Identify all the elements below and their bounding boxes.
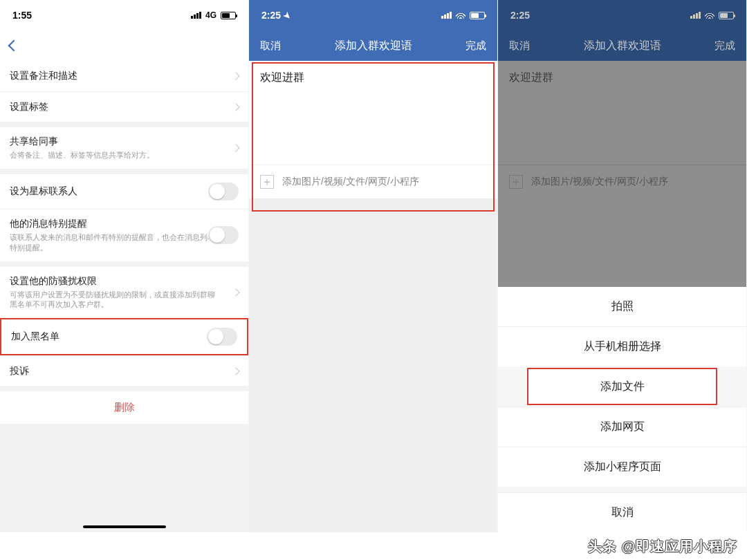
compose-body: 欢迎进群 ＋ 添加图片/视频/文件/网页/小程序 [249, 61, 497, 532]
sheet-cancel[interactable]: 取消 [498, 492, 746, 532]
sheet-photo[interactable]: 拍照 [498, 287, 746, 326]
toggle-alert[interactable] [208, 226, 239, 244]
phone-compose: 2:25➤ 取消 添加入群欢迎语 完成 欢迎进群 ＋ 添加图片/视频/文件/网页… [249, 0, 498, 532]
toggle-star[interactable] [208, 183, 239, 200]
chevron-right-icon [232, 288, 239, 296]
row-alert[interactable]: 他的消息特别提醒 该联系人发来的消息和邮件有特别的提醒音，也会在消息列表特别提醒… [0, 209, 248, 261]
row-label: 设置他的防骚扰权限 [10, 275, 97, 288]
settings-body: 设置备注和描述 设置标签 共享给同事 会将备注、描述、标签等信息共享给对方。 [0, 61, 248, 532]
row-star[interactable]: 设为星标联系人 [0, 174, 248, 209]
attach-row[interactable]: ＋ 添加图片/视频/文件/网页/小程序 [249, 165, 497, 198]
status-right: 4G [191, 10, 236, 20]
row-sub: 会将备注、描述、标签等信息共享给对方。 [10, 150, 154, 160]
row-share[interactable]: 共享给同事 会将备注、描述、标签等信息共享给对方。 [0, 127, 248, 169]
row-label: 他的消息特别提醒 [10, 218, 87, 230]
toggle-blacklist[interactable] [207, 328, 237, 346]
chevron-right-icon [232, 144, 239, 151]
nav-cancel[interactable]: 取消 [509, 39, 530, 53]
row-delete[interactable]: 删除 [0, 391, 248, 424]
nav-bar: 取消 添加入群欢迎语 完成 [249, 30, 497, 61]
status-right [690, 12, 734, 19]
action-sheet: 拍照 从手机相册选择 添加文件 添加网页 添加小程序页面 取消 [498, 287, 746, 532]
location-icon: ➤ [282, 10, 293, 22]
status-time: 2:25➤ [261, 10, 290, 21]
status-time: 2:25 [510, 10, 530, 21]
wifi-icon [456, 12, 465, 19]
battery-icon [719, 12, 734, 19]
row-antiharass[interactable]: 设置他的防骚扰权限 可将该用户设置为不受防骚扰规则的限制，或直接添加到群聊黑名单… [0, 267, 248, 319]
nav-title: 添加入群欢迎语 [530, 39, 714, 53]
nav-bar: 取消 添加入群欢迎语 完成 [498, 30, 746, 61]
network-label: 4G [205, 10, 216, 20]
welcome-text-input: 欢迎进群 [498, 61, 746, 165]
row-label: 共享给同事 [10, 136, 58, 148]
status-bar: 2:25 [498, 0, 746, 30]
chevron-right-icon [232, 367, 239, 375]
welcome-text-input[interactable]: 欢迎进群 [249, 61, 497, 165]
row-label: 设为星标联系人 [10, 185, 208, 198]
row-label: 设置备注和描述 [10, 70, 229, 82]
sheet-mini[interactable]: 添加小程序页面 [498, 447, 746, 487]
row-remark[interactable]: 设置备注和描述 [0, 61, 248, 91]
row-label: 投诉 [10, 365, 229, 377]
sheet-album[interactable]: 从手机相册选择 [498, 326, 746, 366]
row-complain[interactable]: 投诉 [0, 355, 248, 386]
attach-label: 添加图片/视频/文件/网页/小程序 [531, 176, 668, 188]
status-right [441, 12, 485, 19]
row-sub: 可将该用户设置为不受防骚扰规则的限制，或直接添加到群聊黑名单不可再次加入客户群。 [10, 290, 221, 310]
phone-settings: 1:55 4G 设置备注和描述 设置标签 [0, 0, 249, 532]
battery-icon [470, 12, 485, 19]
status-bar: 1:55 4G [0, 0, 248, 30]
row-tags[interactable]: 设置标签 [0, 91, 248, 122]
nav-bar [0, 30, 248, 61]
nav-title: 添加入群欢迎语 [281, 39, 465, 53]
home-indicator [83, 525, 166, 528]
phone-actionsheet: 2:25 取消 添加入群欢迎语 完成 欢迎进群 ＋ 添加图片/视频/文件/网页/… [498, 0, 747, 532]
nav-done[interactable]: 完成 [714, 39, 735, 53]
plus-icon: ＋ [260, 175, 274, 189]
sheet-file[interactable]: 添加文件 [526, 366, 719, 407]
chevron-right-icon [232, 103, 239, 111]
signal-icon [191, 12, 201, 19]
plus-icon: ＋ [509, 175, 523, 189]
battery-icon [221, 12, 236, 19]
status-bar: 2:25➤ [249, 0, 497, 30]
nav-done[interactable]: 完成 [465, 39, 486, 53]
nav-cancel[interactable]: 取消 [260, 39, 281, 53]
row-blacklist[interactable]: 加入黑名单 [0, 318, 248, 355]
delete-label: 删除 [114, 401, 135, 413]
signal-icon [690, 12, 701, 19]
attach-label: 添加图片/视频/文件/网页/小程序 [282, 176, 419, 188]
attach-row: ＋ 添加图片/视频/文件/网页/小程序 [498, 165, 746, 198]
sheet-web[interactable]: 添加网页 [498, 407, 746, 447]
status-time: 1:55 [12, 10, 32, 21]
wifi-icon [705, 12, 714, 19]
chevron-right-icon [232, 72, 239, 80]
watermark: 头条 @即速应用小程序 [588, 537, 737, 556]
row-sub: 该联系人发来的消息和邮件有特别的提醒音，也会在消息列表特别提醒。 [10, 232, 221, 253]
row-label: 设置标签 [10, 101, 229, 113]
row-label: 加入黑名单 [11, 330, 207, 343]
back-icon[interactable] [8, 40, 20, 52]
signal-icon [441, 12, 452, 19]
